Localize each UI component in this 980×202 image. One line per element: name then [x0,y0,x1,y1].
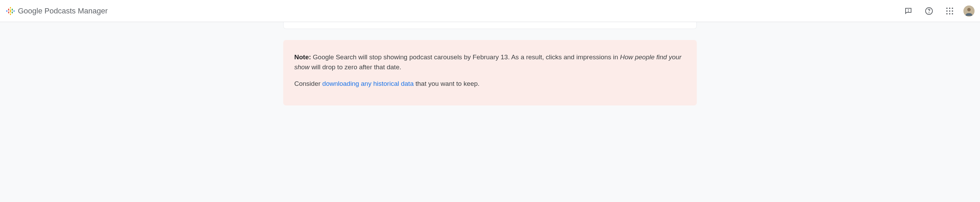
deprecation-notice: Note: Google Search will stop showing po… [283,40,697,105]
svg-rect-2 [8,11,9,13]
header-right [901,4,975,18]
note-label: Note: [294,53,311,60]
feedback-icon[interactable] [901,4,915,18]
card-bottom-edge [283,22,697,29]
notice-paragraph-2: Consider downloading any historical data… [294,79,686,89]
help-icon[interactable] [922,4,936,18]
main-content: Note: Google Search will stop showing po… [276,22,704,105]
svg-rect-8 [13,10,14,12]
app-title: Google Podcasts Manager [18,6,108,16]
svg-rect-4 [10,9,11,13]
svg-rect-0 [6,10,7,12]
notice-text-1a: Google Search will stop showing podcast … [311,53,620,60]
apps-grid-icon[interactable] [943,4,956,18]
svg-point-10 [908,11,909,11]
notice-text-1b: will drop to zero after that date. [309,64,401,71]
svg-rect-1 [8,9,9,11]
download-historical-data-link[interactable]: downloading any historical data [322,80,414,87]
notice-text-2a: Consider [294,80,322,87]
app-header: Google Podcasts Manager [0,0,980,22]
user-avatar[interactable] [964,5,975,16]
svg-rect-3 [10,7,11,9]
notice-text-2b: that you want to keep. [414,80,479,87]
google-podcasts-logo-icon [5,6,15,16]
svg-point-14 [967,8,971,11]
svg-rect-7 [12,11,13,13]
header-left: Google Podcasts Manager [5,6,108,16]
notice-paragraph-1: Note: Google Search will stop showing po… [294,52,686,72]
svg-rect-6 [12,9,13,11]
svg-rect-5 [10,13,11,15]
svg-point-12 [929,13,929,13]
